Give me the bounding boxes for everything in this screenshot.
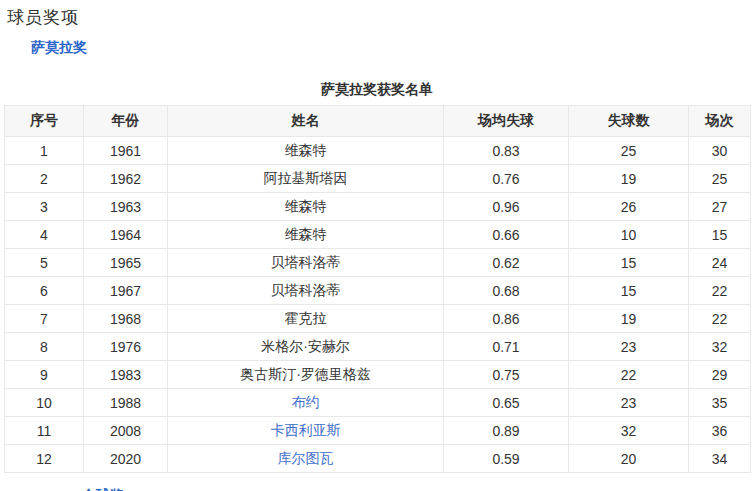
cell-matches: 25 [689,165,751,193]
column-header-name: 姓名 [168,106,444,137]
cell-index: 2 [5,165,84,193]
cell-conceded: 15 [569,277,689,305]
cell-year: 2020 [84,445,168,473]
cell-avg-conceded: 0.89 [444,417,569,445]
cell-conceded: 15 [569,249,689,277]
table-row: 51965贝塔科洛蒂0.621524 [5,249,751,277]
cell-index: 5 [5,249,84,277]
table-row: 101988布约0.652335 [5,389,751,417]
cell-conceded: 23 [569,333,689,361]
cell-avg-conceded: 0.96 [444,193,569,221]
cell-name: 布约 [168,389,444,417]
cell-year: 1964 [84,221,168,249]
cell-year: 1965 [84,249,168,277]
cell-name: 卡西利亚斯 [168,417,444,445]
cell-name: 维森特 [168,137,444,165]
table-row: 81976米格尔·安赫尔0.712332 [5,333,751,361]
cell-avg-conceded: 0.86 [444,305,569,333]
column-header-conceded: 失球数 [569,106,689,137]
cell-matches: 24 [689,249,751,277]
cell-year: 1961 [84,137,168,165]
table-row: 31963维森特0.962627 [5,193,751,221]
cell-index: 12 [5,445,84,473]
table-row: 71968霍克拉0.861922 [5,305,751,333]
cell-matches: 27 [689,193,751,221]
cell-avg-conceded: 0.83 [444,137,569,165]
cell-matches: 36 [689,417,751,445]
cell-index: 10 [5,389,84,417]
cell-avg-conceded: 0.76 [444,165,569,193]
cell-name: 库尔图瓦 [168,445,444,473]
player-link[interactable]: 布约 [292,394,320,410]
table-header-row: 序号 年份 姓名 场均失球 失球数 场次 [5,106,751,137]
cell-matches: 15 [689,221,751,249]
next-award-section-link-partial[interactable]: 金球奖 [82,487,124,491]
cell-conceded: 19 [569,165,689,193]
cell-conceded: 19 [569,305,689,333]
table-row: 61967贝塔科洛蒂0.681522 [5,277,751,305]
cell-avg-conceded: 0.62 [444,249,569,277]
table-row: 112008卡西利亚斯0.893236 [5,417,751,445]
cell-conceded: 32 [569,417,689,445]
cell-conceded: 26 [569,193,689,221]
cell-index: 8 [5,333,84,361]
cell-matches: 22 [689,277,751,305]
cell-name: 奥古斯汀·罗德里格兹 [168,361,444,389]
cell-year: 1962 [84,165,168,193]
cell-conceded: 10 [569,221,689,249]
cell-matches: 29 [689,361,751,389]
cell-matches: 34 [689,445,751,473]
cell-conceded: 22 [569,361,689,389]
cell-year: 1976 [84,333,168,361]
cell-name: 贝塔科洛蒂 [168,277,444,305]
cell-name: 阿拉基斯塔因 [168,165,444,193]
page-title: 球员奖项 [7,6,79,29]
cell-matches: 32 [689,333,751,361]
cell-matches: 22 [689,305,751,333]
cell-avg-conceded: 0.75 [444,361,569,389]
cell-name: 维森特 [168,221,444,249]
column-header-avg: 场均失球 [444,106,569,137]
cell-year: 1988 [84,389,168,417]
cell-matches: 30 [689,137,751,165]
cell-name: 米格尔·安赫尔 [168,333,444,361]
cell-index: 1 [5,137,84,165]
cell-year: 2008 [84,417,168,445]
player-link[interactable]: 库尔图瓦 [278,450,334,466]
cell-matches: 35 [689,389,751,417]
cell-name: 贝塔科洛蒂 [168,249,444,277]
cell-index: 7 [5,305,84,333]
table-caption: 萨莫拉奖获奖名单 [4,81,750,99]
cell-avg-conceded: 0.65 [444,389,569,417]
cell-conceded: 20 [569,445,689,473]
cell-index: 6 [5,277,84,305]
zamora-award-table: 序号 年份 姓名 场均失球 失球数 场次 11961维森特0.832530219… [4,105,751,473]
cell-avg-conceded: 0.66 [444,221,569,249]
column-header-year: 年份 [84,106,168,137]
table-row: 21962阿拉基斯塔因0.761925 [5,165,751,193]
cell-index: 9 [5,361,84,389]
table-row: 11961维森特0.832530 [5,137,751,165]
cell-index: 3 [5,193,84,221]
column-header-index: 序号 [5,106,84,137]
cell-conceded: 23 [569,389,689,417]
cell-year: 1968 [84,305,168,333]
table-row: 122020库尔图瓦0.592034 [5,445,751,473]
cell-index: 11 [5,417,84,445]
cell-year: 1967 [84,277,168,305]
cell-avg-conceded: 0.71 [444,333,569,361]
cell-year: 1983 [84,361,168,389]
cell-avg-conceded: 0.68 [444,277,569,305]
table-row: 41964维森特0.661015 [5,221,751,249]
table-body: 11961维森特0.83253021962阿拉基斯塔因0.76192531963… [5,137,751,473]
player-link[interactable]: 卡西利亚斯 [271,422,341,438]
cell-name: 维森特 [168,193,444,221]
cell-year: 1963 [84,193,168,221]
column-header-matches: 场次 [689,106,751,137]
zamora-award-section-link[interactable]: 萨莫拉奖 [31,39,87,57]
cell-index: 4 [5,221,84,249]
table-row: 91983奥古斯汀·罗德里格兹0.752229 [5,361,751,389]
cell-avg-conceded: 0.59 [444,445,569,473]
cell-name: 霍克拉 [168,305,444,333]
cell-conceded: 25 [569,137,689,165]
